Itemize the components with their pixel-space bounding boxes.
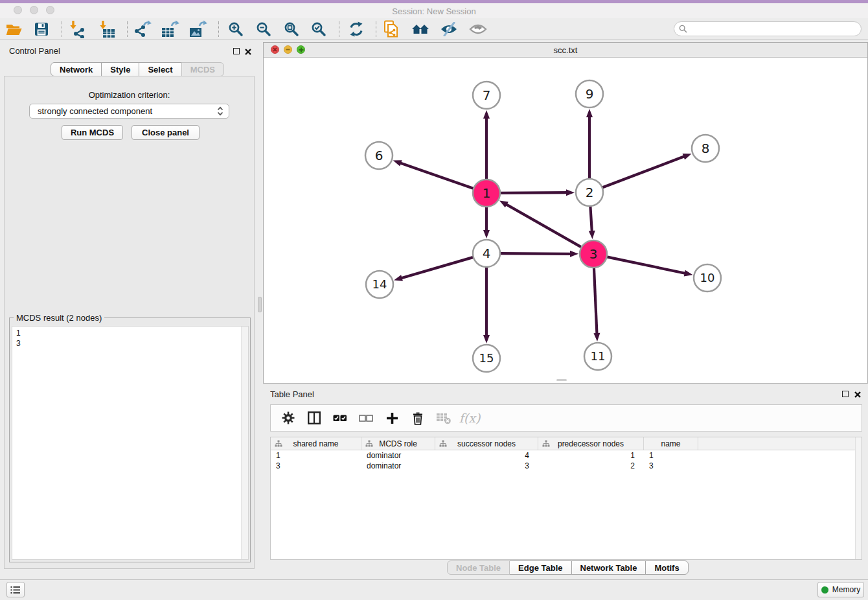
graph-edge[interactable] (607, 257, 686, 273)
zoom-in-button[interactable] (225, 19, 246, 39)
graph-edge[interactable] (401, 257, 474, 279)
cell-successor_nodes[interactable]: 3 (435, 461, 538, 470)
table-panel-close-button[interactable] (854, 389, 862, 401)
graph-node-label: 4 (483, 246, 491, 261)
table-row[interactable]: 1dominator411 (271, 450, 862, 461)
import-table-button[interactable] (97, 19, 117, 39)
network-canvas[interactable]: 7968124314101511 (264, 58, 867, 383)
cell-successor_nodes[interactable]: 4 (435, 451, 538, 460)
graph-edge[interactable] (602, 156, 685, 187)
table-body: 1dominator4113dominator323 (271, 450, 862, 471)
network-window-titlebar[interactable]: scc.txt (264, 43, 867, 58)
cell-mcds_role[interactable]: dominator (361, 461, 435, 470)
search-input[interactable] (690, 23, 861, 35)
export-table-button[interactable] (160, 19, 181, 39)
cell-predecessor_nodes[interactable]: 2 (538, 461, 644, 470)
tab-node-table[interactable]: Node Table (447, 560, 510, 575)
clone-network-button[interactable] (382, 19, 402, 39)
network-view-window: scc.txt 7968124314101511 (263, 42, 868, 384)
export-network-button[interactable] (132, 19, 153, 39)
network-resize-handle[interactable] (556, 379, 567, 381)
add-column-button[interactable] (383, 410, 400, 426)
function-builder-button[interactable]: f(x) (461, 410, 478, 426)
tab-motifs[interactable]: Motifs (645, 560, 688, 575)
deselect-all-columns-button[interactable] (358, 410, 374, 426)
memory-label: Memory (832, 585, 860, 594)
graph-edge-arrowhead (593, 333, 600, 341)
show-all-button[interactable] (468, 19, 488, 39)
graph-edge[interactable] (506, 204, 582, 248)
optimization-select[interactable]: strongly connected component (29, 104, 229, 119)
table-header-row: shared nameMCDS rolesuccessor nodesprede… (271, 437, 862, 450)
graph-edge-arrowhead (683, 154, 692, 159)
cell-name[interactable]: 1 (644, 451, 698, 460)
column-layout-button[interactable] (306, 410, 323, 426)
table-panel-float-button[interactable] (842, 391, 849, 397)
node-table[interactable]: shared nameMCDS rolesuccessor nodesprede… (270, 437, 862, 560)
tab-edge-table[interactable]: Edge Table (509, 560, 571, 575)
column-header-predecessor_nodes[interactable]: predecessor nodes (538, 437, 644, 450)
run-mcds-button[interactable]: Run MCDS (62, 125, 123, 140)
zoom-fit-button[interactable] (281, 19, 302, 39)
cell-mcds_role[interactable]: dominator (361, 451, 435, 460)
save-session-button[interactable] (31, 19, 52, 39)
tab-mcds[interactable]: MCDS (181, 62, 224, 76)
export-image-button[interactable] (188, 19, 209, 39)
column-header-name[interactable]: name (644, 437, 698, 450)
control-panel-title: Control Panel (9, 46, 60, 56)
zoom-out-button[interactable] (253, 19, 274, 39)
control-panel-close-button[interactable] (244, 47, 252, 58)
table-row[interactable]: 3dominator323 (271, 461, 862, 471)
tab-style[interactable]: Style (101, 62, 139, 76)
close-panel-button[interactable]: Close panel (131, 125, 200, 140)
control-panel-float-button[interactable] (233, 48, 240, 54)
tab-network[interactable]: Network (51, 62, 102, 76)
checked-boxes-icon (333, 412, 347, 424)
toolbar-separator (339, 21, 339, 37)
hide-selected-button[interactable] (439, 19, 459, 39)
graph-edge-arrowhead (566, 189, 575, 196)
list-icon (10, 586, 21, 594)
table-scrollbar[interactable] (855, 437, 862, 559)
column-header-successor_nodes[interactable]: successor nodes (435, 437, 538, 450)
tab-select[interactable]: Select (139, 62, 181, 76)
tab-network-table[interactable]: Network Table (571, 560, 646, 575)
graph-edge-arrowhead (570, 251, 578, 257)
graph-edge[interactable] (500, 192, 567, 193)
graph-edge[interactable] (400, 163, 474, 189)
mcds-result-area[interactable]: 1 3 (12, 326, 249, 560)
first-neighbors-button[interactable] (410, 19, 431, 39)
export-table-icon (161, 20, 179, 38)
column-header-shared_name[interactable]: shared name (271, 437, 361, 450)
table-settings-button[interactable] (280, 410, 297, 426)
task-history-button[interactable] (6, 582, 25, 597)
select-stepper-icon (217, 106, 223, 116)
mcds-result-text: 1 3 (12, 327, 239, 350)
cell-predecessor_nodes[interactable]: 1 (538, 451, 644, 460)
toolbar-separator (218, 21, 219, 37)
delete-column-button[interactable] (409, 410, 426, 426)
graph-edge[interactable] (594, 268, 597, 334)
network-window-title: scc.txt (264, 45, 867, 55)
cell-shared_name[interactable]: 3 (271, 461, 361, 470)
cell-shared_name[interactable]: 1 (271, 451, 361, 460)
memory-button[interactable]: Memory (817, 582, 864, 597)
zoom-fit-icon (284, 21, 299, 37)
graph-node-label: 3 (589, 246, 598, 262)
delete-table-button[interactable] (435, 410, 452, 426)
open-file-button[interactable] (4, 19, 25, 39)
mcds-result-group: MCDS result (2 nodes) 1 3 (9, 317, 251, 562)
panel-divider-handle[interactable] (258, 297, 262, 312)
select-all-columns-button[interactable] (332, 410, 348, 426)
graph-edge[interactable] (590, 206, 592, 232)
refresh-view-button[interactable] (346, 19, 367, 39)
column-header-mcds_role[interactable]: MCDS role (361, 437, 435, 450)
result-scrollbar[interactable] (241, 327, 248, 559)
cell-name[interactable]: 3 (644, 461, 698, 470)
import-network-icon (68, 20, 86, 38)
search-box[interactable] (674, 21, 862, 36)
zoom-selected-button[interactable] (308, 19, 329, 39)
graph-edge[interactable] (500, 253, 571, 254)
network-graph[interactable]: 7968124314101511 (264, 58, 867, 383)
import-network-button[interactable] (67, 19, 87, 39)
